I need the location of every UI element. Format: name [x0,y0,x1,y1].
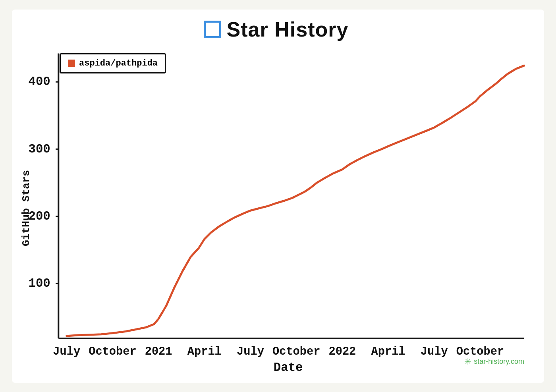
legend: aspida/pathpida [60,53,166,73]
svg-text:100: 100 [29,276,50,290]
svg-text:October: October [272,345,320,358]
svg-text:April: April [187,345,222,358]
svg-text:July: July [237,345,264,358]
chart-container: Star History aspida/pathpida 400 300 200 [12,10,544,383]
star-history-chart: 400 300 200 100 GitHub Stars July Octobe… [20,45,532,371]
svg-text:October: October [89,345,136,358]
data-line [67,66,524,336]
chart-area: aspida/pathpida 400 300 200 100 GitHub S… [20,45,532,371]
svg-text:300: 300 [29,142,50,156]
svg-text:July: July [421,345,448,358]
svg-text:Date: Date [274,360,303,371]
svg-text:400: 400 [29,75,50,89]
title-text: Star History [227,17,349,41]
legend-repo-label: aspida/pathpida [79,58,158,68]
svg-text:July: July [53,345,80,358]
chart-title: Star History [20,17,532,41]
watermark: ✳ star-history.com [464,357,524,367]
watermark-star-icon: ✳ [464,357,471,367]
legend-color-box [68,60,75,67]
star-history-icon [204,21,221,38]
svg-text:GitHub Stars: GitHub Stars [20,170,32,246]
svg-text:2021: 2021 [145,345,172,358]
watermark-text: star-history.com [474,357,524,366]
svg-text:2022: 2022 [328,345,356,358]
svg-text:April: April [371,345,405,358]
